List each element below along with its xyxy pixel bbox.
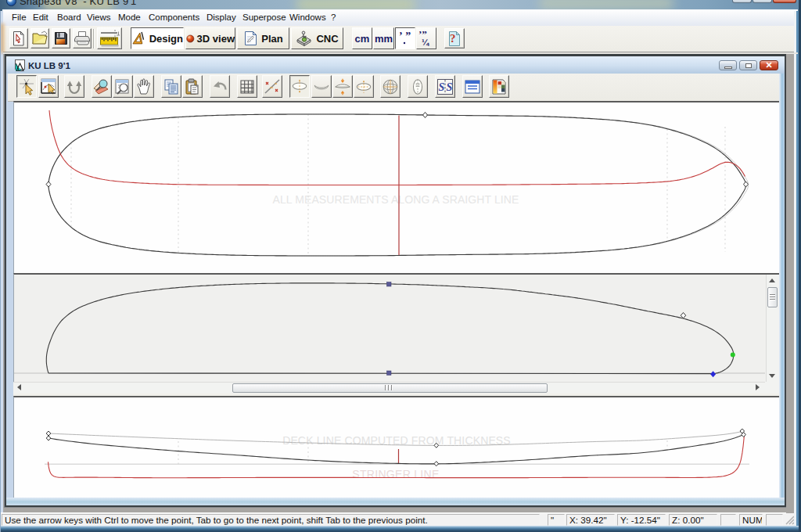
svg-text:¼: ¼ [422, 38, 429, 47]
svg-text:?: ? [450, 32, 456, 45]
svg-text:S: S [447, 81, 453, 93]
svg-text:’ ”: ’ ” [399, 31, 411, 42]
svg-text:S: S [439, 81, 445, 93]
